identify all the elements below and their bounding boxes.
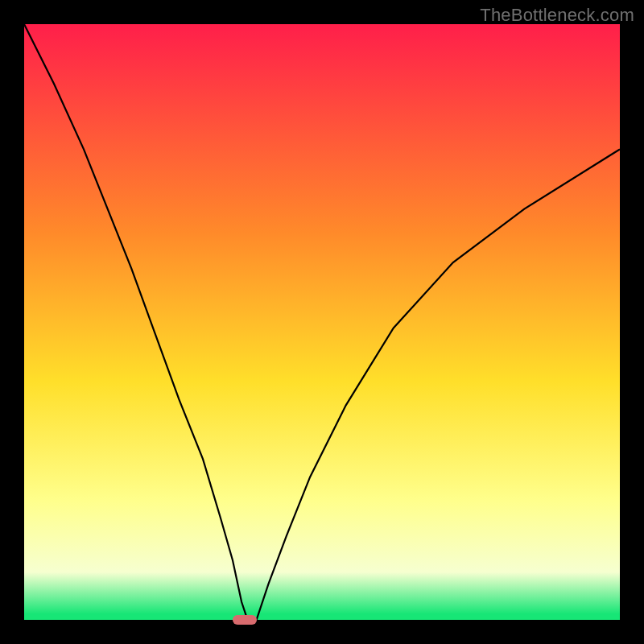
- bottleneck-curve: [24, 24, 620, 620]
- optimal-marker: [233, 615, 257, 625]
- watermark-label: TheBottleneck.com: [480, 5, 634, 26]
- plot-area: [24, 24, 620, 620]
- outer-frame: TheBottleneck.com: [0, 0, 644, 644]
